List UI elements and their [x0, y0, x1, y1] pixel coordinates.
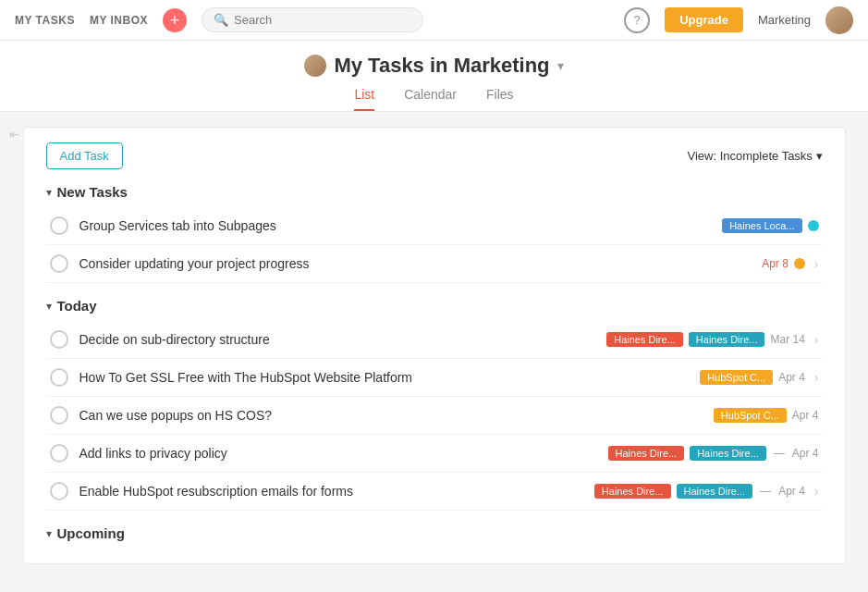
chevron-right-icon[interactable]: › [814, 484, 819, 499]
section-today-title: Today [57, 298, 97, 314]
table-row[interactable]: Can we use popups on HS COS? HubSpot C..… [46, 397, 823, 435]
tag: Haines Dire... [594, 484, 671, 499]
page-header: ⇤ My Tasks in Marketing ▾ List Calendar … [0, 41, 868, 112]
dot-indicator [808, 220, 819, 231]
top-nav: MY TASKS MY INBOX + 🔍 ? Upgrade Marketin… [0, 0, 868, 41]
table-row[interactable]: Enable HubSpot resubscription emails for… [46, 473, 823, 511]
chevron-right-icon[interactable]: › [814, 256, 819, 271]
table-row[interactable]: Consider updating your project progress … [46, 245, 823, 283]
task-name: How To Get SSL Free with The HubSpot Web… [79, 370, 701, 385]
search-bar: 🔍 [202, 7, 423, 32]
task-name: Group Services tab into Subpages [79, 218, 723, 233]
tag: HubSpot C... [714, 408, 787, 423]
content-card: Add Task View: Incomplete Tasks ▾ ▾ New … [23, 127, 846, 564]
search-icon: 🔍 [214, 13, 228, 27]
task-name: Decide on sub-directory structure [79, 332, 607, 347]
upgrade-button[interactable]: Upgrade [665, 7, 743, 32]
section-toggle-icon: ▾ [46, 527, 52, 540]
task-name: Consider updating your project progress [79, 256, 763, 271]
tag: Haines Loca... [722, 218, 801, 233]
chevron-right-icon[interactable]: › [814, 370, 819, 385]
collapse-icon[interactable]: ⇤ [9, 127, 20, 142]
more-icon[interactable]: — [760, 485, 771, 498]
view-prefix: View: [688, 149, 720, 163]
tab-calendar[interactable]: Calendar [404, 87, 457, 111]
avatar[interactable] [825, 6, 853, 34]
help-button[interactable]: ? [624, 7, 650, 33]
task-meta: Haines Dire... Haines Dire... Mar 14 › [606, 332, 818, 347]
dot-orange-indicator [794, 258, 805, 269]
toolbar: Add Task View: Incomplete Tasks ▾ [46, 142, 823, 169]
add-button[interactable]: + [163, 8, 187, 32]
task-check[interactable] [50, 330, 68, 349]
view-chevron-icon: ▾ [816, 149, 823, 163]
date-label: Apr 4 [792, 447, 819, 460]
task-meta: Haines Dire... Haines Dire... — Apr 4 › [594, 484, 819, 499]
nav-my-inbox[interactable]: MY INBOX [90, 14, 148, 27]
date-label: Apr 4 [778, 485, 805, 498]
add-task-button[interactable]: Add Task [46, 142, 123, 169]
page-avatar [304, 55, 326, 77]
avatar-image [825, 6, 853, 34]
table-row[interactable]: Add links to privacy policy Haines Dire.… [46, 435, 823, 473]
section-toggle-icon: ▾ [46, 300, 52, 313]
task-check[interactable] [50, 406, 68, 425]
task-name: Enable HubSpot resubscription emails for… [79, 484, 594, 499]
page-title: My Tasks in Marketing [334, 54, 549, 78]
table-row[interactable]: Group Services tab into Subpages Haines … [46, 207, 823, 245]
tag: Haines Dire... [690, 446, 766, 461]
table-row[interactable]: How To Get SSL Free with The HubSpot Web… [46, 359, 823, 397]
task-meta: Apr 8 › [762, 256, 818, 271]
date-label: Apr 4 [792, 409, 819, 422]
tab-files[interactable]: Files [486, 87, 514, 111]
tag: HubSpot C... [700, 370, 773, 385]
date-label: Apr 8 [762, 257, 789, 270]
task-name: Add links to privacy policy [79, 446, 608, 461]
date-label: Apr 4 [778, 371, 805, 384]
task-check[interactable] [50, 216, 68, 235]
section-upcoming-title: Upcoming [57, 525, 125, 541]
table-row[interactable]: Decide on sub-directory structure Haines… [46, 321, 823, 359]
main-content: Add Task View: Incomplete Tasks ▾ ▾ New … [0, 112, 868, 592]
tag: Haines Dire... [608, 446, 685, 461]
workspace-label: Marketing [758, 13, 811, 27]
search-input[interactable] [234, 13, 382, 27]
view-value: Incomplete Tasks [720, 149, 813, 163]
task-check[interactable] [50, 444, 68, 462]
page-title-row: My Tasks in Marketing ▾ [0, 54, 868, 78]
task-meta: Haines Loca... [722, 218, 818, 233]
task-meta: HubSpot C... Apr 4 › [700, 370, 818, 385]
tag: Haines Dire... [606, 332, 683, 347]
tag: Haines Dire... [689, 332, 765, 347]
section-new-tasks-title: New Tasks [57, 184, 128, 200]
section-toggle-icon: ▾ [46, 186, 52, 199]
task-meta: HubSpot C... Apr 4 [714, 408, 819, 423]
tag: Haines Dire... [677, 484, 753, 499]
nav-my-tasks[interactable]: MY TASKS [15, 14, 75, 27]
task-check[interactable] [50, 254, 68, 273]
more-icon[interactable]: — [774, 447, 785, 460]
chevron-right-icon[interactable]: › [814, 332, 819, 347]
task-meta: Haines Dire... Haines Dire... — Apr 4 [608, 446, 819, 461]
task-name: Can we use popups on HS COS? [79, 408, 714, 423]
task-check[interactable] [50, 482, 68, 500]
section-new-tasks-header[interactable]: ▾ New Tasks [46, 184, 823, 200]
date-label: Mar 14 [770, 333, 804, 346]
task-check[interactable] [50, 368, 68, 387]
title-chevron-icon[interactable]: ▾ [557, 58, 564, 73]
section-today-header[interactable]: ▾ Today [46, 298, 823, 314]
section-upcoming-header[interactable]: ▾ Upcoming [46, 525, 823, 541]
tabs: List Calendar Files [0, 87, 868, 111]
view-selector[interactable]: View: Incomplete Tasks ▾ [688, 149, 823, 163]
tab-list[interactable]: List [354, 87, 374, 111]
